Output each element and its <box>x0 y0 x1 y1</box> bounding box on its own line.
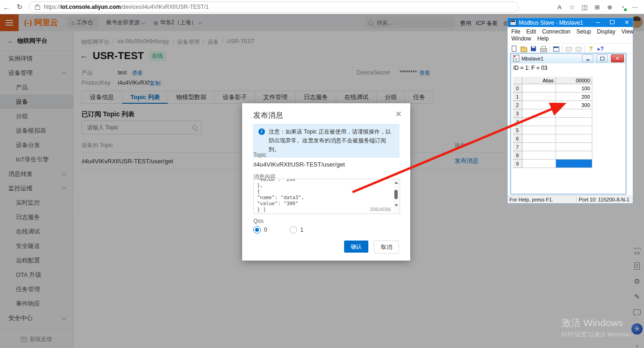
alias-header: Alias <box>522 77 556 84</box>
close-icon[interactable]: ✕ <box>611 54 624 62</box>
menu-help[interactable]: Help <box>537 35 549 42</box>
child-titlebar[interactable]: Mbslave1 ✕ <box>511 54 625 63</box>
menu-view[interactable]: View <box>621 28 633 35</box>
browser-essentials-icon[interactable]: ◔ <box>616 4 629 11</box>
dialog-buttons: 确认 取消 <box>344 241 399 254</box>
maximize-icon[interactable] <box>597 54 608 62</box>
grid-row[interactable]: 2300 <box>513 101 592 109</box>
scroll-down-icon[interactable] <box>394 204 398 207</box>
browser-refresh-icon[interactable]: ↻ <box>13 3 26 11</box>
minimize-icon[interactable] <box>582 54 593 62</box>
print-icon[interactable] <box>540 45 547 53</box>
info-icon: i <box>258 128 265 135</box>
slave-id-line: ID = 1: F = 03 <box>511 63 625 74</box>
notice-text: 注意：如果该 Topic 正在被使用，请谨慎操作，以防出现异常。这里发布的消息不… <box>269 127 394 154</box>
modbus-app-icon <box>510 20 516 26</box>
topic-value: /i4u4VIKvRXf/USR-TEST/user/get <box>253 161 345 168</box>
close-icon[interactable]: ✕ <box>395 109 402 119</box>
menu-edit[interactable]: Edit <box>526 28 536 35</box>
menu-connection[interactable]: Connection <box>542 28 570 35</box>
menu-display[interactable]: Display <box>597 28 615 35</box>
url-text: https://iot.console.aliyun.com/devices/i… <box>44 4 209 10</box>
display-setup-icon[interactable] <box>552 45 560 53</box>
favorite-star-icon[interactable]: ☆ <box>566 4 578 11</box>
screen: ← ↻ https://iot.console.aliyun.com/devic… <box>0 0 644 348</box>
toolbar-separator <box>549 46 550 52</box>
context-help-icon[interactable]: ▸? <box>597 45 604 53</box>
grid-row[interactable]: 5 <box>513 126 592 134</box>
grid-row[interactable]: 1200 <box>513 93 592 101</box>
topic-label: Topic <box>253 152 266 158</box>
toolbar-separator <box>562 46 563 52</box>
corner-cell <box>513 77 522 84</box>
connect-icon[interactable] <box>565 45 572 53</box>
grid-header-row: Alias 00000 <box>513 77 592 84</box>
help-icon[interactable]: ? <box>587 45 595 53</box>
child-window-title: Mbslave1 <box>522 56 580 61</box>
char-counter: 306/4096 <box>370 207 391 212</box>
browser-chrome: ← ↻ https://iot.console.aliyun.com/devic… <box>0 0 644 14</box>
lock-icon <box>35 6 40 10</box>
minimize-icon[interactable] <box>592 18 604 27</box>
split-screen-icon[interactable]: ◫ <box>578 4 591 11</box>
menu-file[interactable]: File <box>511 28 520 35</box>
modbus-window-title: Modbus Slave - Mbslave1 <box>519 20 590 26</box>
modbus-titlebar[interactable]: Modbus Slave - Mbslave1 ✕ <box>508 18 633 27</box>
status-help-text: For Help, press F1. <box>508 197 576 202</box>
modbus-statusbar: For Help, press F1. Port 10: 115200-8-N-… <box>508 195 633 203</box>
address-header: 00000 <box>556 77 592 84</box>
qos-label: Qos <box>253 218 264 224</box>
open-file-icon[interactable] <box>520 45 528 53</box>
grid-row[interactable]: 9 <box>513 160 592 168</box>
grid-row[interactable]: 7 <box>513 143 592 151</box>
address-bar[interactable]: https://iot.console.aliyun.com/devices/i… <box>29 1 519 13</box>
browser-back-icon[interactable]: ← <box>0 3 13 11</box>
register-grid: Alias 00000 0100 1200 2300 3 4 5 6 7 8 9 <box>513 77 592 168</box>
confirm-button[interactable]: 确认 <box>344 241 368 253</box>
scroll-up-icon[interactable] <box>394 181 398 184</box>
more-menu-icon[interactable]: ⋯ <box>629 4 641 11</box>
grid-row[interactable]: 4 <box>513 118 592 126</box>
collections-icon[interactable]: ⊞ <box>591 4 603 11</box>
save-icon[interactable] <box>530 45 537 53</box>
read-aloud-icon[interactable]: A <box>553 4 566 11</box>
modbus-menubar: FileEditConnectionSetupDisplayView Windo… <box>508 27 633 44</box>
textarea-scrollbar[interactable] <box>393 180 399 213</box>
notice-alert: i 注意：如果该 Topic 正在被使用，请谨慎操作，以防出现异常。这里发布的消… <box>253 124 400 158</box>
radio-icon <box>290 226 297 234</box>
grid-row[interactable]: 0100 <box>513 84 592 93</box>
publish-message-dialog: 发布消息 ✕ i 注意：如果该 Topic 正在被使用，请谨慎操作，以防出现异常… <box>242 103 410 261</box>
browser-actions: A ☆ ◫ ⊞ ⊕ ◔ ⋯ <box>553 4 644 11</box>
grid-row[interactable]: 3 <box>513 109 592 118</box>
cancel-button[interactable]: 取消 <box>374 241 399 254</box>
dialog-title: 发布消息 <box>253 111 283 120</box>
menu-setup[interactable]: Setup <box>576 28 591 35</box>
selected-cell <box>556 160 592 168</box>
qos-radio-1[interactable]: 1 <box>290 226 304 234</box>
modbus-slave-window: Modbus Slave - Mbslave1 ✕ FileEditConnec… <box>507 18 633 204</box>
qos-radio-0[interactable]: 0 <box>253 226 267 234</box>
scroll-thumb[interactable] <box>394 190 398 199</box>
menu-window[interactable]: Window <box>511 35 531 42</box>
extensions-icon[interactable]: ⊕ <box>603 4 616 11</box>
toolbar-separator <box>584 46 585 52</box>
disconnect-icon[interactable] <box>575 45 582 53</box>
radio-icon <box>253 226 261 234</box>
message-content-textarea[interactable]: "value": "200"},{"name": "data3","value"… <box>253 179 400 214</box>
grid-row[interactable]: 6 <box>513 134 592 143</box>
mbslave-child-window: Mbslave1 ✕ ID = 1: F = 03 Alias 00000 01… <box>510 53 627 195</box>
document-icon <box>513 55 519 62</box>
new-file-icon[interactable] <box>510 45 518 53</box>
close-icon[interactable]: ✕ <box>621 18 633 27</box>
maximize-icon[interactable] <box>606 18 618 27</box>
qos-radio-group: 0 1 <box>253 226 303 234</box>
status-port-text: Port 10: 115200-8-N-1 <box>576 197 633 202</box>
grid-row[interactable]: 8 <box>513 151 592 160</box>
